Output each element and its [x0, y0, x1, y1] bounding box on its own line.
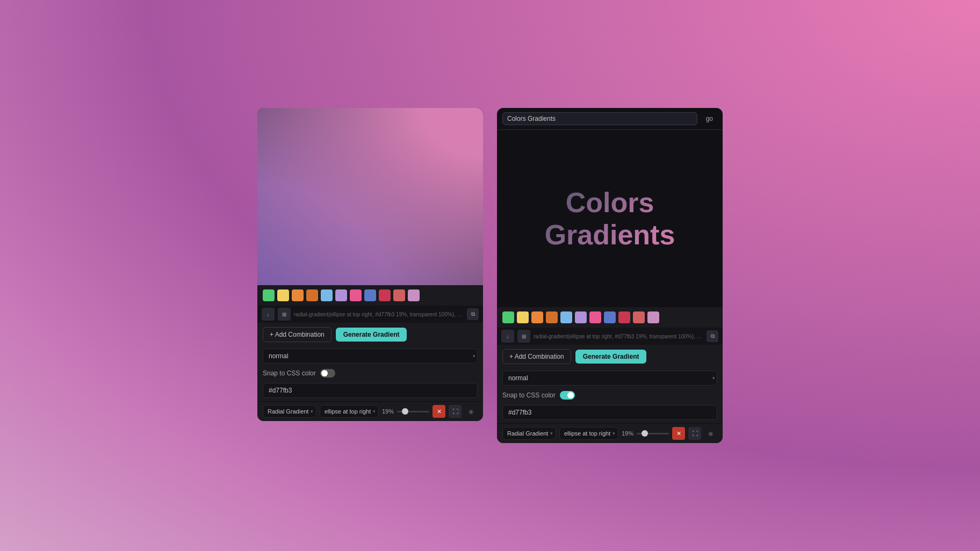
- swatch-mauve-left[interactable]: [408, 289, 420, 301]
- swatch-yellow-left[interactable]: [277, 289, 289, 301]
- slider-left[interactable]: [397, 411, 429, 412]
- css-copy-btn-right[interactable]: ⧉: [707, 330, 718, 342]
- snap-toggle-right[interactable]: [560, 391, 575, 400]
- expand-btn-right[interactable]: ⛶: [688, 427, 701, 440]
- delete-btn-right[interactable]: ✕: [672, 427, 685, 440]
- color-input-right[interactable]: [502, 405, 717, 420]
- generate-gradient-btn-right[interactable]: Generate Gradient: [575, 350, 647, 364]
- copy-image-icon-right[interactable]: ⊞: [517, 330, 530, 343]
- gradient-preview-right: Colors Gradients: [497, 130, 723, 307]
- swatch-red-left[interactable]: [379, 289, 391, 301]
- eye-btn-left[interactable]: ◉: [465, 405, 478, 418]
- color-input-left[interactable]: [263, 383, 478, 398]
- swatch-orange-right[interactable]: [531, 311, 543, 323]
- css-text-left: radial-gradient(ellipse at top right, #d…: [294, 311, 464, 317]
- blend-mode-select-right[interactable]: normal: [502, 371, 717, 386]
- swatch-yellow-right[interactable]: [517, 311, 529, 323]
- swatch-light-blue-right[interactable]: [560, 311, 572, 323]
- css-bar-left: ↓ ⊞ radial-gradient(ellipse at top right…: [257, 306, 483, 323]
- copy-image-icon-left[interactable]: ⊞: [278, 308, 291, 321]
- swatch-pink-right[interactable]: [589, 311, 601, 323]
- blend-mode-row-left: normal: [257, 346, 483, 366]
- add-combination-btn-left[interactable]: + Add Combination: [263, 327, 332, 342]
- css-bar-right: ↓ ⊞ radial-gradient(ellipse at top right…: [497, 328, 723, 345]
- snap-row-right: Snap to CSS color: [497, 388, 723, 403]
- blend-mode-select-left[interactable]: normal: [263, 349, 478, 364]
- swatch-blue-right[interactable]: [604, 311, 616, 323]
- color-input-row-right: [497, 403, 723, 423]
- swatch-orange-left[interactable]: [292, 289, 304, 301]
- swatch-green-right[interactable]: [502, 311, 514, 323]
- swatch-lavender-left[interactable]: [335, 289, 347, 301]
- snap-row-left: Snap to CSS color: [257, 366, 483, 381]
- position-wrapper-right: ellipse at top right: [559, 427, 618, 440]
- top-bar-value: go: [702, 113, 717, 125]
- download-icon-left[interactable]: ↓: [262, 308, 275, 321]
- add-combination-btn-right[interactable]: + Add Combination: [502, 349, 571, 364]
- swatch-dark-orange-left[interactable]: [306, 289, 318, 301]
- slider-container-left: [397, 407, 429, 416]
- left-panel: ↓ ⊞ radial-gradient(ellipse at top right…: [257, 108, 483, 421]
- percent-right: 19%: [622, 430, 633, 437]
- swatches-row-left: [257, 285, 483, 306]
- position-select-left[interactable]: ellipse at top right: [320, 405, 379, 418]
- color-input-row-left: [257, 381, 483, 401]
- eye-btn-right[interactable]: ◉: [704, 427, 717, 440]
- delete-btn-left[interactable]: ✕: [433, 405, 445, 418]
- percent-left: 19%: [382, 408, 394, 415]
- css-copy-btn-left[interactable]: ⧉: [467, 308, 479, 320]
- gradient-type-wrapper-left: Radial Gradient: [263, 405, 316, 418]
- blend-mode-row-right: normal: [497, 368, 723, 388]
- gradient-preview-left: [257, 108, 483, 285]
- download-icon-right[interactable]: ↓: [501, 330, 514, 343]
- right-panel: go Colors Gradients ↓ ⊞ radial-gradient(…: [497, 108, 723, 443]
- expand-btn-left[interactable]: ⛶: [449, 405, 462, 418]
- action-row-left: + Add Combination Generate Gradient: [257, 323, 483, 346]
- generate-gradient-btn-left[interactable]: Generate Gradient: [336, 328, 407, 342]
- gradient-controls-right: Radial Gradient ellipse at top right 19%…: [497, 423, 723, 443]
- snap-label-left: Snap to CSS color: [263, 369, 316, 377]
- css-text-right: radial-gradient(ellipse at top right, #d…: [534, 334, 703, 339]
- swatch-pink-left[interactable]: [350, 289, 362, 301]
- gradient-type-select-right[interactable]: Radial Gradient: [502, 427, 556, 440]
- colors-gradients-title: Colors Gradients: [497, 176, 723, 262]
- slider-right[interactable]: [637, 433, 669, 434]
- gradient-type-select-left[interactable]: Radial Gradient: [263, 405, 316, 418]
- swatch-mauve-right[interactable]: [647, 311, 659, 323]
- snap-label-right: Snap to CSS color: [502, 392, 556, 399]
- swatch-salmon-left[interactable]: [393, 289, 405, 301]
- snap-toggle-left[interactable]: [320, 369, 335, 378]
- swatches-row-right: [497, 307, 723, 328]
- swatch-dark-orange-right[interactable]: [546, 311, 558, 323]
- gradient-controls-left: Radial Gradient ellipse at top right 19%…: [257, 401, 483, 421]
- position-select-right[interactable]: ellipse at top right: [559, 427, 618, 440]
- gradient-type-wrapper-right: Radial Gradient: [502, 427, 556, 440]
- swatch-lavender-right[interactable]: [575, 311, 587, 323]
- action-row-right: + Add Combination Generate Gradient: [497, 345, 723, 368]
- swatch-salmon-right[interactable]: [633, 311, 645, 323]
- slider-container-right: [637, 429, 669, 438]
- swatch-red-right[interactable]: [618, 311, 630, 323]
- swatch-blue-left[interactable]: [364, 289, 376, 301]
- position-wrapper-left: ellipse at top right: [320, 405, 379, 418]
- swatch-green-left[interactable]: [263, 289, 275, 301]
- top-bar-tab-input[interactable]: [502, 112, 697, 125]
- top-bar-right: go: [497, 108, 723, 130]
- swatch-light-blue-left[interactable]: [321, 289, 333, 301]
